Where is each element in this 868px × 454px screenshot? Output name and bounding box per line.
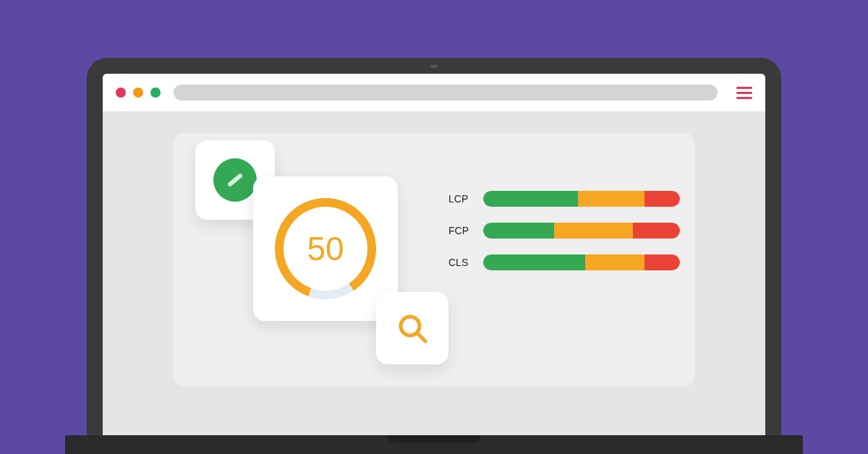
score-value: 50 [307,229,344,268]
address-bar[interactable] [174,85,718,100]
screen: 50 LCP [103,74,765,435]
minimize-icon[interactable] [133,87,143,98]
close-icon[interactable] [116,87,126,98]
segment-good [483,254,585,270]
segment-medium [578,191,644,207]
segment-poor [644,191,680,207]
metric-bar [483,191,680,207]
metric-row-lcp: LCP [448,191,680,207]
metric-row-cls: CLS [448,254,680,270]
camera-notch [430,65,438,68]
report-panel: 50 LCP [174,133,694,386]
laptop-base [65,435,803,454]
score-gauge: 50 [275,198,376,299]
speedometer-icon [213,158,257,202]
page-content: 50 LCP [103,111,765,435]
maximize-icon[interactable] [150,87,161,98]
metric-label: FCP [448,225,473,236]
browser-toolbar [103,74,765,111]
laptop-frame: 50 LCP [87,58,781,454]
core-web-vitals: LCP FCP [448,191,680,270]
magnifier-icon [395,311,430,346]
window-controls [116,87,161,98]
metric-label: CLS [448,257,473,268]
hamburger-menu-icon[interactable] [736,87,752,99]
segment-good [483,223,554,239]
segment-medium [585,254,644,270]
segment-good [483,191,578,207]
svg-line-1 [417,333,425,341]
screen-bezel: 50 LCP [87,58,781,435]
metric-bar [483,254,680,270]
metric-row-fcp: FCP [448,223,680,239]
metric-label: LCP [448,193,473,205]
search-card[interactable] [376,292,448,364]
metric-bar [483,223,680,239]
segment-poor [644,254,680,270]
segment-medium [554,223,633,239]
segment-poor [633,223,680,239]
